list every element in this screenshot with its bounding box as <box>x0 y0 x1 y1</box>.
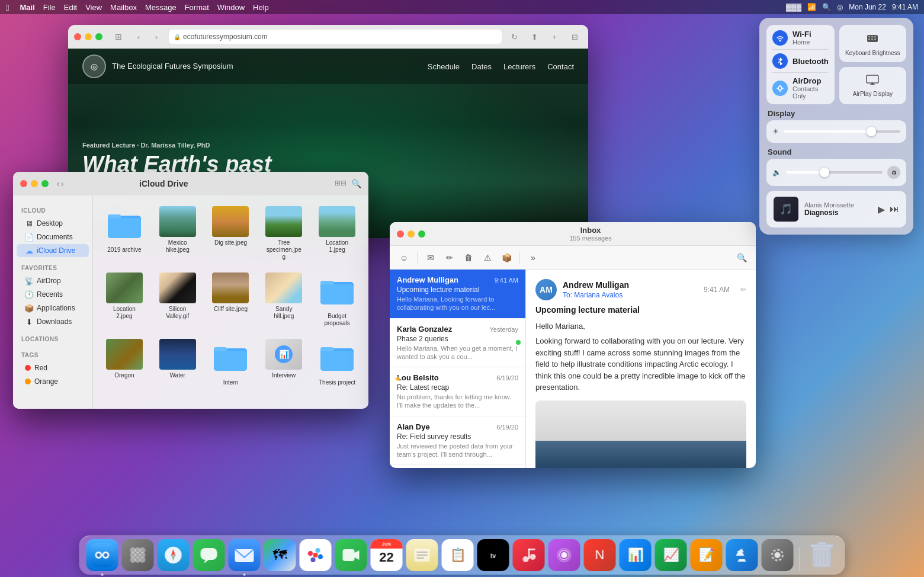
reload-button[interactable]: ↻ <box>506 30 522 43</box>
dock-notes[interactable] <box>406 539 438 571</box>
sidebar-item-documents[interactable]: 📄 Documents <box>17 230 89 243</box>
list-item[interactable]: Mexico hike.jpeg <box>153 203 202 264</box>
list-item[interactable]: Karla Gonzalez Yesterday Phase 2 queries… <box>390 319 525 368</box>
compose-icon[interactable]: ☺ <box>396 249 412 266</box>
dock-numbers[interactable]: 📈 <box>655 539 687 571</box>
new-mail-button[interactable]: ✉ <box>422 249 439 266</box>
dock-maps[interactable]: 🗺 <box>264 539 296 571</box>
list-item[interactable]: Lou Belsito 6/19/20 Re: Latest recap No … <box>390 367 525 416</box>
menu-format[interactable]: Format <box>185 3 209 12</box>
cc-wifi-bluetooth-tile[interactable]: Wi-Fi Home Bluetooth <box>766 25 835 104</box>
url-bar[interactable]: 🔒 ecofuturessymposium.com <box>169 30 502 44</box>
list-item[interactable]: Location 2.jpeg <box>100 269 149 331</box>
add-tab-button[interactable]: + <box>547 30 562 43</box>
dock-appletv[interactable]: tv <box>477 539 509 571</box>
sidebar-item-icloud[interactable]: ☁ iCloud Drive <box>17 244 89 257</box>
dock-news[interactable]: N <box>584 539 616 571</box>
forward-button[interactable]: › <box>149 30 164 43</box>
skip-forward-button[interactable]: ⏭ <box>890 204 899 214</box>
list-item[interactable]: Water <box>153 335 202 390</box>
list-item[interactable]: Thesis project <box>313 335 361 390</box>
brightness-knob[interactable] <box>867 127 876 136</box>
list-item[interactable]: Tree specimen.jpeg <box>259 203 308 264</box>
junk-button[interactable]: ⚠ <box>479 249 496 266</box>
list-item[interactable]: Oregon <box>100 335 149 390</box>
menu-edit[interactable]: Edit <box>64 3 77 12</box>
sidebar-right-button[interactable]: ⊟ <box>567 30 582 43</box>
list-item[interactable]: Budget proposals <box>313 269 361 331</box>
back-button[interactable]: ‹ <box>131 30 146 43</box>
finder-forward-button[interactable]: › <box>61 179 64 188</box>
dock-mail[interactable] <box>229 539 261 571</box>
sidebar-toggle-button[interactable]: ⊞ <box>111 30 126 43</box>
dock-reminders[interactable]: 📋 <box>442 539 474 571</box>
sidebar-item-recents[interactable]: 🕐 Recents <box>17 288 89 301</box>
dock-appstore[interactable] <box>726 539 758 571</box>
delete-button[interactable]: 🗑 <box>460 249 477 266</box>
list-item[interactable]: Cindy Cheung 6/18/20 Project timeline in… <box>390 465 525 468</box>
minimize-button[interactable] <box>85 33 92 40</box>
cc-airplay-tile[interactable]: AirPlay Display <box>839 67 906 104</box>
more-button[interactable]: » <box>525 249 541 266</box>
edit-icon[interactable]: ✏ <box>740 286 746 294</box>
list-item[interactable]: Silicon Valley.gif <box>153 269 202 331</box>
dock-calendar[interactable]: JUN 22 <box>371 539 403 571</box>
nav-contact[interactable]: Contact <box>547 62 574 71</box>
dock-facetime[interactable] <box>335 539 367 571</box>
apple-menu[interactable]:  <box>6 2 9 12</box>
volume-slider[interactable] <box>786 171 883 174</box>
reply-button[interactable]: ✏ <box>441 249 458 266</box>
finder-minimize-button[interactable] <box>31 180 38 187</box>
dock-photos[interactable] <box>300 539 332 571</box>
menu-mailbox[interactable]: Mailbox <box>110 3 137 12</box>
list-item[interactable]: 2019 archive <box>100 203 149 264</box>
volume-knob[interactable] <box>820 168 829 177</box>
mail-maximize-button[interactable] <box>418 230 425 238</box>
share-button[interactable]: ⬆ <box>527 30 542 43</box>
sidebar-item-airdrop[interactable]: 📡 AirDrop <box>17 274 89 287</box>
sidebar-item-tag-orange[interactable]: Orange <box>17 375 89 388</box>
mail-close-button[interactable] <box>397 230 404 238</box>
mail-minimize-button[interactable] <box>408 230 415 238</box>
menu-help[interactable]: Help <box>253 3 269 12</box>
dock-trash[interactable] <box>806 539 838 571</box>
list-item[interactable]: Cliff site.jpeg <box>207 269 255 331</box>
list-item[interactable]: 📊 Interview <box>259 335 308 390</box>
finder-view-toggle[interactable]: ⊞⊟ <box>335 179 346 188</box>
search-mail-button[interactable]: 🔍 <box>733 249 750 266</box>
maximize-button[interactable] <box>95 33 102 40</box>
search-menu-icon[interactable]: 🔍 <box>822 3 831 11</box>
finder-search-button[interactable]: 🔍 <box>351 179 361 188</box>
dock-keynote[interactable]: 📊 <box>620 539 652 571</box>
wifi-status-icon[interactable]: 📶 <box>807 3 816 11</box>
sidebar-item-downloads[interactable]: ⬇ Downloads <box>17 315 89 328</box>
list-item[interactable]: Sandy hill.jpeg <box>259 269 308 331</box>
siri-icon[interactable]: ◎ <box>837 3 843 11</box>
archive-button[interactable]: 📦 <box>498 249 515 266</box>
finder-back-button[interactable]: ‹ <box>57 179 60 188</box>
list-item[interactable]: Andrew Mulligan 9:41 AM Upcoming lecture… <box>390 270 525 319</box>
sound-settings-button[interactable]: ⚙ <box>887 166 900 179</box>
dock-podcasts[interactable] <box>548 539 580 571</box>
list-item[interactable]: Intern <box>207 335 255 390</box>
list-item[interactable]: Location 1.jpeg <box>313 203 361 264</box>
menu-view[interactable]: View <box>85 3 102 12</box>
dock-launchpad[interactable] <box>122 539 154 571</box>
brightness-slider[interactable] <box>784 130 900 133</box>
finder-maximize-button[interactable] <box>41 180 49 187</box>
battery-icon[interactable]: ▓▓▓ <box>786 3 801 11</box>
finder-close-button[interactable] <box>20 180 27 187</box>
dock-safari[interactable] <box>158 539 190 571</box>
sidebar-item-desktop[interactable]: 🖥 Desktop <box>17 217 89 230</box>
dock-finder[interactable] <box>86 539 118 571</box>
menu-window[interactable]: Window <box>217 3 245 12</box>
dock-music[interactable] <box>513 539 545 571</box>
nav-dates[interactable]: Dates <box>471 62 492 71</box>
sidebar-item-tag-red[interactable]: Red <box>17 361 89 374</box>
menu-message[interactable]: Message <box>145 3 177 12</box>
dock-messages[interactable] <box>193 539 225 571</box>
play-button[interactable]: ▶ <box>878 204 885 215</box>
close-button[interactable] <box>74 33 81 40</box>
dock-system-preferences[interactable] <box>762 539 794 571</box>
nav-lecturers[interactable]: Lecturers <box>503 62 535 71</box>
